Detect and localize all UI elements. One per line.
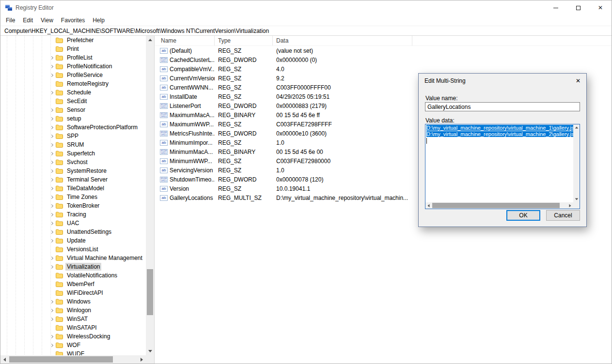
menu-view[interactable]: View <box>37 15 57 25</box>
column-header-data[interactable]: Data <box>273 36 412 46</box>
tree-item[interactable]: Virtual Machine Management <box>0 254 146 262</box>
chevron-right-icon[interactable] <box>48 149 56 158</box>
tree-item[interactable]: WbemPerf <box>0 280 146 288</box>
tree-item[interactable]: WirelessDocking <box>0 332 146 341</box>
tree-horizontal-scrollbar[interactable] <box>0 355 146 364</box>
tree-vertical-scrollbar[interactable] <box>146 36 154 355</box>
tree-item[interactable]: WUDF <box>0 349 146 355</box>
value-row[interactable]: CompatibleVmV... REG_SZ 4.0 <box>155 64 612 74</box>
chevron-right-icon[interactable] <box>48 341 56 349</box>
dialog-close-button[interactable]: ✕ <box>570 74 586 88</box>
tree-item[interactable]: Virtualization <box>0 262 146 271</box>
tree-item[interactable]: ProfileNotification <box>0 62 146 71</box>
chevron-right-icon[interactable] <box>48 262 56 271</box>
scroll-left-button[interactable] <box>0 355 9 364</box>
tree-item[interactable]: Superfetch <box>0 149 146 158</box>
chevron-right-icon[interactable] <box>48 219 56 228</box>
chevron-right-icon[interactable] <box>48 53 56 62</box>
scroll-up-button[interactable] <box>573 124 580 131</box>
cancel-button[interactable]: Cancel <box>546 210 580 221</box>
chevron-right-icon[interactable] <box>48 306 56 315</box>
close-button[interactable]: ✕ <box>589 0 612 15</box>
chevron-right-icon[interactable] <box>48 71 56 79</box>
value-data-text[interactable]: D:\my_virtual_machine_repository\virtual… <box>425 124 573 202</box>
chevron-right-icon[interactable] <box>48 201 56 210</box>
editor-horizontal-scrollbar[interactable] <box>425 202 573 209</box>
chevron-right-icon[interactable] <box>48 88 56 97</box>
chevron-right-icon[interactable] <box>48 106 56 114</box>
value-row[interactable]: CachedClusterL... REG_DWORD 0x00000000 (… <box>155 55 612 64</box>
chevron-right-icon[interactable] <box>48 236 56 245</box>
tree-item[interactable]: Schedule <box>0 88 146 97</box>
tree-item[interactable]: Update <box>0 236 146 245</box>
scroll-down-button[interactable] <box>573 196 580 202</box>
chevron-right-icon[interactable] <box>48 158 56 167</box>
scroll-left-button[interactable] <box>425 202 432 209</box>
chevron-right-icon[interactable] <box>48 132 56 140</box>
tree-item[interactable]: UAC <box>0 219 146 228</box>
tree-item[interactable]: VolatileNotifications <box>0 271 146 280</box>
tree-item[interactable]: Svchost <box>0 158 146 167</box>
tree-item[interactable]: SoftwareProtectionPlatform <box>0 123 146 132</box>
menu-edit[interactable]: Edit <box>19 15 37 25</box>
tree-item[interactable]: TokenBroker <box>0 201 146 210</box>
tree-item[interactable]: ProfileList <box>0 53 146 62</box>
tree-item[interactable]: WOF <box>0 341 146 349</box>
dialog-title-bar[interactable]: Edit Multi-String <box>419 74 586 88</box>
column-header-type[interactable]: Type <box>215 36 273 46</box>
tree-item[interactable]: Tracing <box>0 210 146 219</box>
column-header-name[interactable]: Name <box>155 36 215 46</box>
chevron-right-icon[interactable] <box>48 184 56 193</box>
chevron-right-icon[interactable] <box>48 210 56 219</box>
tree-item[interactable]: Windows <box>0 297 146 306</box>
menu-file[interactable]: File <box>2 15 19 25</box>
tree-item[interactable]: RemoteRegistry <box>0 79 146 88</box>
tree-item[interactable]: ProfileService <box>0 71 146 79</box>
chevron-right-icon[interactable] <box>48 62 56 71</box>
tree-item[interactable]: VersionsList <box>0 245 146 254</box>
tree-item[interactable]: WiFiDirectAPI <box>0 288 146 297</box>
scroll-right-button[interactable] <box>567 202 573 209</box>
scroll-down-button[interactable] <box>146 347 154 355</box>
value-name-field[interactable]: GalleryLocations <box>425 102 580 111</box>
tree-item[interactable]: SPP <box>0 132 146 140</box>
menu-favorites[interactable]: Favorites <box>57 15 89 25</box>
chevron-right-icon[interactable] <box>48 254 56 262</box>
chevron-right-icon[interactable] <box>48 297 56 306</box>
minimize-button[interactable] <box>545 0 567 15</box>
title-bar[interactable]: Registry Editor ✕ <box>0 0 612 15</box>
scrollbar-thumb[interactable] <box>147 269 153 315</box>
address-bar[interactable]: Computer\HKEY_LOCAL_MACHINE\SOFTWARE\Mic… <box>0 26 612 36</box>
tree-item[interactable]: Sensor <box>0 106 146 114</box>
tree-item[interactable]: Print <box>0 45 146 53</box>
tree-item[interactable]: UnattendSettings <box>0 228 146 236</box>
tree-item[interactable]: Time Zones <box>0 193 146 201</box>
tree-item[interactable]: Winlogon <box>0 306 146 315</box>
chevron-right-icon[interactable] <box>48 315 56 323</box>
chevron-right-icon[interactable] <box>48 123 56 132</box>
chevron-right-icon[interactable] <box>48 228 56 236</box>
editor-vertical-scrollbar[interactable] <box>573 124 580 202</box>
scroll-right-button[interactable] <box>138 355 146 364</box>
tree-item[interactable]: SystemRestore <box>0 167 146 175</box>
tree-item[interactable]: SecEdit <box>0 97 146 106</box>
tree-item[interactable]: Terminal Server <box>0 175 146 184</box>
menu-help[interactable]: Help <box>89 15 109 25</box>
chevron-right-icon[interactable] <box>48 167 56 175</box>
chevron-right-icon[interactable] <box>48 332 56 341</box>
chevron-right-icon[interactable] <box>48 140 56 149</box>
chevron-right-icon[interactable] <box>48 114 56 123</box>
tree-item[interactable]: WinSATAPI <box>0 323 146 332</box>
scroll-up-button[interactable] <box>146 36 154 44</box>
tree-item[interactable]: setup <box>0 114 146 123</box>
tree-item[interactable]: WinSAT <box>0 315 146 323</box>
scrollbar-thumb[interactable] <box>9 356 113 363</box>
tree-item[interactable]: SRUM <box>0 140 146 149</box>
tree-item[interactable]: Prefetcher <box>0 36 146 45</box>
chevron-right-icon[interactable] <box>48 175 56 184</box>
tree-item[interactable]: TileDataModel <box>0 184 146 193</box>
value-row[interactable]: (Default) REG_SZ (value not set) <box>155 46 612 55</box>
scrollbar-thumb[interactable] <box>432 203 560 208</box>
maximize-button[interactable] <box>567 0 589 15</box>
registry-tree[interactable]: Prefetcher Print ProfileList ProfileNoti… <box>0 36 146 355</box>
